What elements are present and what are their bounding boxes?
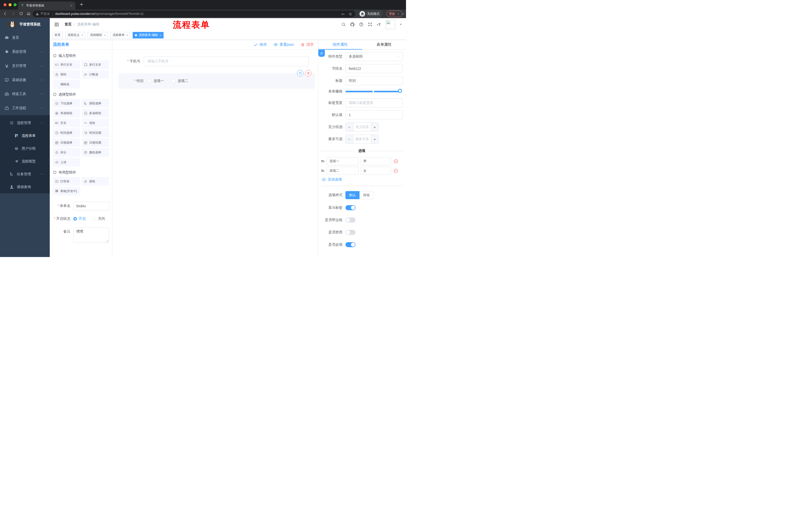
fullscreen-icon[interactable] — [368, 22, 372, 27]
close-tag-icon[interactable]: × — [104, 34, 105, 37]
component-item[interactable]: 多行文本 — [82, 60, 109, 69]
component-item[interactable]: 日期范围 — [82, 138, 109, 147]
new-tab-button[interactable] — [79, 2, 84, 6]
component-item[interactable]: 开关 — [53, 119, 80, 127]
tag-0[interactable]: 首页 — [52, 32, 63, 38]
browser-profile-caret-icon[interactable] — [402, 13, 405, 15]
save-button[interactable]: 保存 — [254, 42, 267, 47]
drag-handle-icon[interactable] — [321, 169, 325, 173]
form-remark-textarea[interactable]: 嘿嘿 — [74, 227, 109, 243]
minimize-window-button[interactable] — [8, 3, 11, 6]
component-item[interactable]: 颜色选择 — [82, 148, 109, 157]
component-item[interactable]: 密码 — [53, 70, 80, 79]
address-bar[interactable]: 不安全 dashboard.yudao.iocoder.cn /bpm/mana… — [33, 10, 355, 17]
sidebar-item-5[interactable]: 工作流程 — [0, 101, 50, 115]
help-icon[interactable] — [359, 22, 364, 27]
slider-handle[interactable] — [398, 89, 402, 93]
sidebar-subitem-5[interactable]: 请假查询 — [0, 181, 50, 193]
drag-handle-icon[interactable] — [321, 159, 325, 163]
clear-button[interactable]: 清空 — [301, 42, 314, 47]
phone-field-input[interactable]: 请输入手机号 — [144, 57, 309, 66]
phone-field[interactable]: 手机号 请输入手机号 — [120, 57, 309, 66]
sidebar-item-4[interactable]: 研发工具 — [0, 87, 50, 101]
selected-gender-field[interactable]: 性别 选项一 选项二 — [118, 73, 315, 89]
close-tab-icon[interactable] — [69, 4, 73, 7]
avatar-caret-icon[interactable] — [400, 23, 402, 26]
option-style-0[interactable]: 默认 — [345, 191, 359, 199]
bookmark-star-icon[interactable] — [348, 12, 352, 16]
view-json-button[interactable]: 查看json — [273, 42, 294, 47]
gender-checkbox-1[interactable]: 选项二 — [172, 79, 188, 83]
component-item[interactable]: 时间选择 — [53, 129, 80, 137]
minus-button[interactable]: − — [346, 135, 353, 143]
option-style-1[interactable]: 按钮 — [359, 191, 374, 199]
copy-field-button[interactable] — [297, 70, 303, 77]
tag-2[interactable]: 流程模型 × — [88, 32, 108, 38]
label-width-input[interactable]: 请输入标签宽度 — [345, 98, 403, 107]
status-radio-0[interactable]: 开启 — [74, 217, 86, 221]
home-icon[interactable] — [27, 11, 31, 16]
window-controls[interactable] — [3, 3, 17, 6]
remove-option-button[interactable] — [394, 159, 398, 164]
github-icon[interactable] — [350, 22, 355, 27]
component-item[interactable]: 编辑器 — [53, 80, 80, 88]
checkbox-box[interactable] — [147, 79, 151, 83]
component-item[interactable]: 滑块 — [82, 119, 109, 127]
component-item[interactable]: 单行文本 — [53, 60, 80, 69]
toggle-switch[interactable] — [345, 218, 355, 222]
field-name-input[interactable]: field122 — [345, 64, 403, 73]
max-select-stepper[interactable]: − 最多可选 + — [345, 135, 379, 143]
gender-checkbox-0[interactable]: 选项一 — [147, 79, 164, 83]
tag-active[interactable]: 流程表单-编辑 × — [133, 32, 163, 38]
close-tag-icon[interactable]: × — [160, 34, 161, 37]
password-key-icon[interactable] — [341, 12, 345, 16]
option-label-input[interactable]: 选项一 — [327, 157, 359, 165]
drag-link-handle[interactable] — [318, 50, 325, 57]
breadcrumb-home[interactable]: 首页 — [64, 22, 71, 27]
browser-update-button[interactable]: 更新 — [386, 10, 403, 17]
option-value-input[interactable]: 男 — [360, 157, 391, 165]
tab-component-props[interactable]: 组件属性 — [318, 40, 362, 50]
min-select-stepper[interactable]: − 至少应选 + — [345, 123, 379, 132]
checkbox-box[interactable] — [172, 79, 175, 83]
plus-button[interactable]: + — [371, 123, 378, 131]
close-window-button[interactable] — [3, 3, 6, 6]
component-item[interactable]: 评分 — [53, 148, 80, 157]
sidebar-subitem-2[interactable]: 用户分组 — [0, 142, 50, 155]
option-label-input[interactable]: 选项二 — [327, 167, 359, 175]
default-value-input[interactable]: 1 — [345, 110, 403, 119]
font-size-icon[interactable]: TT — [377, 22, 381, 27]
form-name-input[interactable]: biubiu — [74, 202, 109, 210]
tab-form-props[interactable]: 表单属性 — [362, 40, 406, 50]
search-icon[interactable] — [341, 22, 346, 27]
close-tag-icon[interactable]: × — [126, 34, 128, 37]
sidebar-item-0[interactable]: 首页 — [0, 31, 50, 45]
option-value-input[interactable]: 女 — [360, 167, 391, 175]
component-item[interactable]: 行容器 — [53, 177, 80, 186]
sidebar-logo-row[interactable]: 芋道管理系统 — [0, 18, 50, 31]
sidebar-collapse-icon[interactable] — [54, 22, 59, 27]
sidebar-subitem-3[interactable]: 流程模型 — [0, 155, 50, 168]
delete-field-button[interactable] — [305, 70, 312, 77]
close-tag-icon[interactable]: × — [81, 34, 83, 37]
remove-option-button[interactable] — [394, 168, 398, 173]
component-item[interactable]: 上传 — [53, 158, 80, 166]
reload-icon[interactable] — [19, 11, 23, 16]
forward-icon[interactable] — [11, 11, 15, 16]
browser-menu-icon[interactable] — [397, 12, 400, 15]
component-item[interactable]: 日期选择 — [53, 138, 80, 147]
tag-1[interactable]: 流程定义 × — [65, 32, 85, 38]
plus-button[interactable]: + — [371, 135, 378, 143]
component-item[interactable]: 下拉选择 — [53, 99, 80, 108]
sidebar-item-3[interactable]: 基础设施 — [0, 73, 50, 87]
component-item[interactable]: 时间范围 — [82, 129, 109, 137]
status-radio-1[interactable]: 关闭 — [93, 217, 105, 221]
minus-button[interactable]: − — [346, 123, 353, 131]
tag-3[interactable]: 流程表单 × — [110, 32, 130, 38]
component-item[interactable]: 级联选择 — [82, 99, 109, 108]
component-type-select[interactable]: 多选框组 — [345, 52, 403, 61]
title-input[interactable]: 性别 — [345, 76, 403, 85]
maximize-window-button[interactable] — [13, 3, 17, 6]
sidebar-subitem-1[interactable]: 流程表单 — [0, 129, 50, 142]
toggle-switch[interactable] — [345, 230, 355, 235]
